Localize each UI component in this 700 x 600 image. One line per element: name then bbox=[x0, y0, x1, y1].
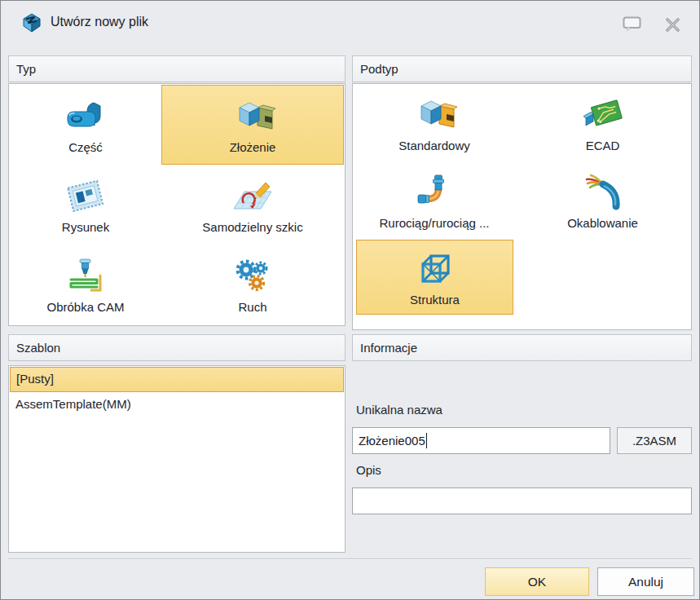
template-list-item[interactable]: AssemTemplate(MM) bbox=[10, 392, 344, 417]
close-icon[interactable] bbox=[663, 16, 682, 33]
tile-label: Złożenie bbox=[230, 140, 276, 154]
szablon-title: Szablon bbox=[16, 341, 60, 355]
szablon-panel-header: Szablon bbox=[8, 334, 346, 361]
text-cursor bbox=[426, 433, 428, 448]
tile-okablowanie[interactable]: Okablowanie bbox=[515, 162, 690, 240]
template-list-item[interactable]: [Pusty] bbox=[10, 367, 344, 392]
dialog-title: Utwórz nowy plik bbox=[51, 15, 148, 29]
template-list: [Pusty] AssemTemplate(MM) bbox=[8, 365, 346, 553]
ok-button[interactable]: OK bbox=[485, 567, 589, 596]
assembly-icon bbox=[230, 98, 275, 135]
tile-label: Standardowy bbox=[398, 139, 470, 152]
tile-label: Obróbka CAM bbox=[46, 300, 124, 314]
tile-label: Okablowanie bbox=[567, 216, 638, 230]
tile-rurociag[interactable]: Rurociąg/rurociąg ... bbox=[354, 162, 515, 240]
informacje-title: Informacje bbox=[360, 341, 417, 355]
informacje-panel-header: Informacje bbox=[352, 334, 692, 361]
cam-icon bbox=[63, 258, 108, 295]
bottom-separator bbox=[8, 558, 692, 560]
zw3d-app-icon bbox=[21, 12, 42, 37]
podtyp-empty-cell bbox=[515, 240, 690, 329]
part-icon bbox=[63, 98, 108, 135]
tile-label: Część bbox=[68, 140, 103, 154]
tile-label: Struktura bbox=[410, 293, 460, 307]
unique-name-label: Unikalna nazwa bbox=[356, 403, 442, 417]
create-new-file-dialog: Utwórz nowy plik Typ bbox=[0, 0, 700, 600]
podtyp-panel-header: Podtyp bbox=[352, 55, 692, 82]
standard-assembly-icon bbox=[412, 96, 457, 134]
tile-rysunek[interactable]: Rysunek bbox=[10, 165, 161, 245]
motion-icon bbox=[230, 258, 275, 295]
typ-title: Typ bbox=[16, 62, 36, 76]
tile-ecad[interactable]: ECAD bbox=[515, 85, 690, 162]
description-input[interactable] bbox=[352, 488, 692, 514]
piping-icon bbox=[412, 174, 457, 211]
structure-icon bbox=[412, 250, 458, 288]
tile-struktura[interactable]: Struktura bbox=[356, 240, 513, 315]
tile-label: Rurociąg/rurociąg ... bbox=[379, 216, 489, 230]
unique-name-input[interactable]: Złożenie005 bbox=[352, 427, 610, 454]
titlebar: Utwórz nowy plik bbox=[0, 0, 700, 46]
tile-samodzielny-szkic[interactable]: Samodzielny szkic bbox=[161, 165, 344, 245]
typ-panel-header: Typ bbox=[8, 55, 346, 82]
sketch-icon bbox=[230, 178, 275, 215]
drawing-icon bbox=[63, 178, 108, 215]
podtyp-title: Podtyp bbox=[360, 62, 398, 76]
tile-czesc[interactable]: Część bbox=[10, 85, 161, 165]
cancel-button[interactable]: Anuluj bbox=[597, 567, 694, 596]
tile-ruch[interactable]: Ruch bbox=[161, 245, 344, 324]
tile-label: Samodzielny szkic bbox=[202, 220, 302, 234]
cabling-icon bbox=[580, 174, 626, 211]
tile-standardowy[interactable]: Standardowy bbox=[354, 85, 515, 162]
tile-label: ECAD bbox=[586, 139, 620, 152]
unique-name-value: Złożenie005 bbox=[359, 434, 425, 448]
tile-label: Ruch bbox=[238, 300, 266, 314]
tile-obrobka-cam[interactable]: Obróbka CAM bbox=[10, 245, 161, 324]
tile-label: Rysunek bbox=[62, 220, 109, 234]
podtyp-panel-body: Standardowy ECAD bbox=[352, 83, 692, 330]
comment-bubble-icon[interactable] bbox=[622, 16, 641, 33]
tile-zlozenie[interactable]: Złożenie bbox=[161, 85, 344, 165]
typ-panel-body: Część Złożenie bbox=[8, 83, 346, 326]
struktura-cell: Struktura bbox=[354, 240, 515, 329]
ecad-board-icon bbox=[580, 96, 626, 134]
description-label: Opis bbox=[356, 463, 381, 477]
file-extension-box: .Z3ASM bbox=[617, 427, 692, 454]
